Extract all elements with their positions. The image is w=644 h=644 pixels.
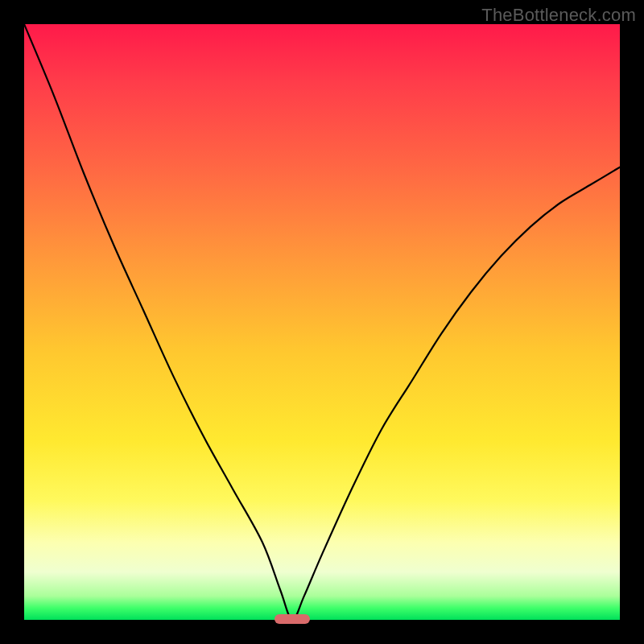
chart-container: TheBottleneck.com — [0, 0, 644, 644]
plot-area — [24, 24, 620, 620]
optimal-marker — [275, 614, 310, 624]
bottleneck-curve — [24, 24, 620, 620]
watermark-text: TheBottleneck.com — [481, 5, 636, 26]
